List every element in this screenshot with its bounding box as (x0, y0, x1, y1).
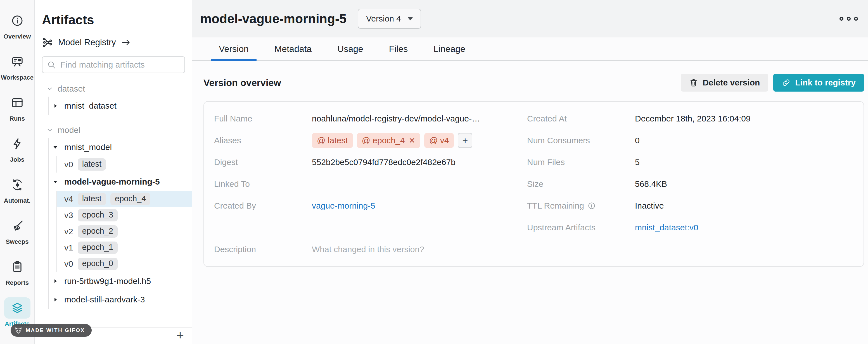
field-value: 0 (635, 136, 640, 145)
artifact-row[interactable]: model-vague-morning-5 (52, 173, 185, 191)
overview-fields-right: Created AtDecember 18th, 2023 16:04:09Nu… (527, 108, 854, 260)
search-input[interactable] (60, 60, 180, 70)
artifact-row[interactable]: run-5rtbw9g1-model.h5 (52, 272, 185, 290)
version-row-v0[interactable]: v0latest (57, 157, 192, 173)
alias-text: @ epoch_4 (362, 136, 405, 145)
field-value[interactable]: What changed in this version? (312, 245, 424, 254)
sidebar-item-jobs[interactable]: Jobs (1, 133, 34, 174)
alias-tag: latest (78, 158, 106, 171)
field-label: Num Files (527, 158, 635, 167)
layers-icon (11, 301, 24, 315)
left-nav-rail: OverviewWorkspaceRunsJobsAutomat.SweepsR… (0, 0, 35, 344)
rail-item-label: Overview (4, 33, 31, 40)
sidebar-item-workspace[interactable]: Workspace (1, 51, 34, 92)
artifact-row[interactable]: mnist_model (52, 138, 185, 157)
field-row-right: Num Files5 (527, 151, 854, 173)
field-label: Num Consumers (527, 136, 635, 145)
main-panel: model-vague-morning-5 Version 4 VersionM… (192, 0, 868, 344)
tab-lineage[interactable]: Lineage (426, 37, 473, 60)
info-icon (587, 202, 596, 210)
tree-group-dataset[interactable]: dataset (46, 81, 185, 97)
sweeps-rail-icon-box (4, 215, 30, 237)
delete-version-label: Delete version (703, 78, 760, 88)
version-row-v2[interactable]: v2epoch_2 (57, 223, 192, 240)
tab-bar: VersionMetadataUsageFilesLineage (192, 37, 868, 61)
field-value[interactable]: vague-morning-5 (312, 201, 375, 210)
tab-metadata[interactable]: Metadata (267, 37, 319, 60)
runs-icon (11, 96, 24, 109)
model-registry-link[interactable]: Model Registry (42, 37, 185, 48)
reports-rail-icon-box (4, 256, 30, 278)
version-selector-label: Version 4 (366, 14, 401, 24)
info-icon (11, 14, 24, 27)
field-row-right: TTL RemainingInactive (527, 195, 854, 217)
link-to-registry-button[interactable]: Link to registry (773, 74, 864, 92)
sidebar-item-runs[interactable]: Runs (1, 92, 34, 133)
field-label: Created At (527, 114, 635, 124)
add-alias-button[interactable]: + (458, 133, 472, 148)
version-row-v3[interactable]: v3epoch_3 (57, 207, 192, 223)
chevron-down-icon (408, 17, 413, 21)
link-to-registry-label: Link to registry (795, 78, 856, 88)
version-list: v0latest (57, 157, 185, 173)
field-row-left: Created Byvague-morning-5 (214, 195, 510, 217)
artifact-name: model-still-aardvark-3 (64, 295, 145, 304)
rail-item-label: Runs (9, 115, 25, 122)
spacer-row (214, 217, 510, 238)
version-selector-dropdown[interactable]: Version 4 (358, 9, 421, 29)
artifact-search-box[interactable] (42, 57, 185, 73)
arrow-right-icon (121, 37, 131, 47)
tree-group-model[interactable]: model (46, 122, 185, 138)
version-row-v1[interactable]: v1epoch_1 (57, 240, 192, 256)
delete-version-button[interactable]: Delete version (681, 74, 768, 92)
artifact-name: model-vague-morning-5 (64, 177, 160, 186)
more-options-button[interactable] (837, 14, 861, 24)
fox-icon (14, 326, 23, 335)
tab-version[interactable]: Version (211, 37, 256, 60)
remove-alias-icon[interactable]: ✕ (409, 136, 415, 145)
field-label: TTL Remaining (527, 201, 635, 210)
rail-item-label: Reports (6, 279, 29, 286)
alias-pill-epoch_4[interactable]: @ epoch_4✕ (357, 133, 420, 148)
rail-item-label: Sweeps (6, 238, 29, 245)
field-value: noahluna/model-registry-dev/model-vague-… (312, 114, 480, 124)
link-icon (782, 78, 790, 87)
version-name: v3 (64, 210, 73, 220)
caret-right-icon (52, 102, 59, 109)
add-artifact-button[interactable]: + (176, 329, 184, 342)
rail-item-label: Automat. (4, 197, 30, 204)
caret-down-icon (52, 144, 59, 150)
section-title: Version overview (204, 77, 281, 88)
dot-icon (854, 17, 858, 21)
field-label: Description (214, 245, 312, 254)
rail-item-label: Workspace (1, 74, 34, 81)
alias-pill-latest[interactable]: @ latest (312, 133, 353, 148)
artifact-row[interactable]: model-still-aardvark-3 (52, 290, 185, 309)
artifact-name: mnist_model (64, 142, 112, 152)
sidebar-item-overview[interactable]: Overview (1, 10, 34, 51)
field-value: Inactive (635, 201, 664, 210)
field-row-left: Aliases@ latest@ epoch_4✕@ v4+ (214, 130, 510, 151)
search-icon (47, 60, 56, 69)
tab-usage[interactable]: Usage (330, 37, 371, 60)
alias-pill-v4[interactable]: @ v4 (424, 133, 454, 148)
sidebar-item-reports[interactable]: Reports (1, 256, 34, 297)
alias-tag: epoch_1 (78, 242, 118, 254)
group-label: model (58, 125, 81, 135)
sidebar-item-automations[interactable]: Automat. (1, 174, 34, 215)
version-row-v0[interactable]: v0epoch_0 (57, 256, 192, 272)
wandb-artifacts-page: { "rail": { "items": [ {"id":"overview",… (0, 0, 868, 344)
artifact-row[interactable]: mnist_dataset (52, 97, 185, 115)
tab-files[interactable]: Files (381, 37, 416, 60)
version-name: v2 (64, 227, 73, 236)
field-value: 568.4KB (635, 179, 667, 189)
field-row-right: Created AtDecember 18th, 2023 16:04:09 (527, 108, 854, 130)
version-row-v4[interactable]: v4latestepoch_4 (57, 191, 192, 207)
artifact-name: mnist_dataset (64, 101, 117, 110)
field-value: 5 (635, 158, 640, 167)
sidebar-item-sweeps[interactable]: Sweeps (1, 215, 34, 256)
version-name: v1 (64, 243, 73, 252)
automation-icon (11, 178, 24, 192)
field-value[interactable]: mnist_dataset:v0 (635, 223, 699, 232)
model-registry-icon (42, 37, 53, 48)
